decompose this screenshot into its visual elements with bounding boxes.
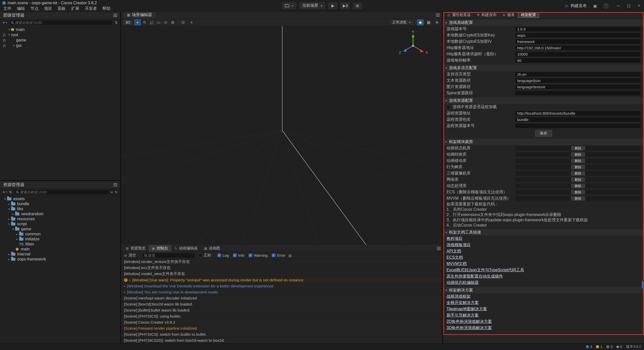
screenshot-icon[interactable]: ▣ (593, 4, 597, 8)
section-header[interactable]: ▾框架文档工具链接 (443, 229, 644, 236)
tab-scene-editor[interactable]: ▦ 场景编辑器 (124, 12, 155, 18)
task-count-badge[interactable]: 0 (617, 345, 622, 349)
property-input[interactable] (515, 39, 641, 44)
assets-search-input[interactable] (20, 190, 107, 194)
chevron-right-icon[interactable]: ▸ (7, 217, 11, 221)
property-input[interactable] (515, 111, 641, 116)
chevron-down-icon[interactable]: ▾ (7, 33, 11, 36)
doc-link[interactable]: 新手引导解决方案 (447, 313, 479, 318)
console-filter-Warning[interactable]: ✓Warning (249, 253, 268, 257)
doc-link[interactable]: 战棋游戏框架 (447, 294, 471, 299)
asset-node-assets[interactable]: ▾assets (0, 196, 120, 201)
tab-动画编辑器[interactable]: ✎动画编辑器 (171, 245, 201, 252)
menu-item-扩展[interactable]: 扩展 (68, 6, 82, 11)
delete-button[interactable]: 删除 (571, 184, 585, 188)
asset-node-bundle[interactable]: ▸bundle (0, 201, 120, 206)
property-input[interactable] (515, 52, 641, 57)
doc-link[interactable]: 3D角色扮演游戏解决方案 (447, 325, 492, 331)
tab-资源预览[interactable]: ▤资源预览 (123, 245, 149, 252)
preview-grid-button[interactable]: ⊞ (352, 2, 363, 10)
log-count-badge[interactable]: 3 (586, 345, 592, 349)
property-input[interactable] (515, 72, 641, 77)
delete-button[interactable]: 删除 (571, 178, 585, 182)
doc-link[interactable]: 动画状态机编辑器 (447, 280, 479, 285)
console-log-row[interactable]: [Scene] [PHYSICS]: switch from builtin t… (121, 331, 442, 337)
chevron-down-icon[interactable]: ▾ (7, 207, 11, 211)
asset-node-internal[interactable]: ▸internal (0, 252, 120, 257)
rect-tool-button[interactable]: ▭ (155, 19, 162, 25)
add-asset-button[interactable]: +▾ (3, 190, 7, 195)
delete-button[interactable]: 删除 (571, 146, 585, 150)
sort-icon[interactable]: ⇅ (115, 21, 118, 25)
menu-item-面板[interactable]: 面板 (55, 6, 68, 11)
checkbox-icon[interactable] (198, 253, 202, 257)
console-log-row[interactable]: ▸[Window] Download the Vue Devtools exte… (121, 283, 442, 289)
checkbox-icon[interactable]: ✓ (217, 253, 221, 257)
asset-node-oops-framework[interactable]: ▸oops-framework (0, 257, 120, 262)
chevron-down-icon[interactable]: ▾ (7, 223, 11, 226)
chevron-down-icon[interactable]: ▾ (11, 228, 15, 231)
console-filter-Info[interactable]: ✓Info (233, 253, 245, 257)
refresh-icon[interactable]: ↻ (115, 190, 118, 194)
delete-button[interactable]: 删除 (571, 196, 585, 201)
console-log-row[interactable]: [Window] ecs文件夹不存在 (121, 265, 442, 271)
hierarchy-node-gui[interactable]: ▸gui (0, 43, 120, 48)
tab-动画图[interactable]: ▦动画图 (201, 245, 223, 252)
warning-count-badge[interactable]: 1 (596, 345, 602, 349)
chevron-right-icon[interactable]: ▸ (15, 238, 19, 241)
maximize-button[interactable] (627, 5, 630, 7)
doc-link[interactable]: API文档 (447, 249, 461, 254)
menu-item-帮助[interactable]: 帮助 (100, 6, 113, 11)
tab-构建发布[interactable]: ⚒构建发布 (474, 12, 499, 18)
tab-服务[interactable]: ≣服务 (500, 12, 517, 18)
close-button[interactable]: × (638, 4, 640, 8)
property-input[interactable] (515, 26, 641, 32)
console-log-row[interactable]: !▸[Window] [Vue warn]: Property "onInput… (121, 277, 442, 283)
step-button[interactable]: ▶ (340, 2, 350, 10)
checkbox-icon[interactable]: ✓ (249, 253, 252, 257)
console-log-row[interactable]: [Scene] Forward render pipeline initiali… (121, 325, 442, 331)
doc-link[interactable]: 原生包热更新配置自动生成插件 (447, 274, 503, 279)
section-header[interactable]: ▾游戏基础配置 (443, 19, 644, 26)
property-input[interactable] (515, 33, 641, 38)
scene-viewport[interactable]: Y X Z (121, 26, 442, 245)
asset-node-libs[interactable]: ▾libs (0, 206, 120, 211)
doc-link[interactable]: 教程项目 (447, 236, 463, 241)
menu-item-节点[interactable]: 节点 (28, 6, 41, 11)
scene-light-button[interactable]: ◉ (417, 19, 424, 25)
snap-settings-button[interactable]: ≡ (188, 19, 195, 25)
chevron-right-icon[interactable]: ▸ (12, 44, 16, 47)
console-search-box[interactable] (142, 253, 195, 258)
filter-icon[interactable]: ≡ (111, 190, 113, 194)
chevron-right-icon[interactable]: ▸ (7, 202, 11, 206)
console-log-row[interactable]: [Scene] [PHYSICS2D]: switch from box2d-w… (121, 337, 442, 343)
asset-node-resources[interactable]: ▸resources (0, 216, 120, 222)
gizmo-space-button[interactable]: ⊡ (180, 19, 186, 25)
delete-button[interactable]: 删除 (571, 171, 585, 176)
panel-menu-icon[interactable] (113, 15, 117, 16)
pivot-tool-button[interactable]: ⊙ (163, 19, 169, 25)
scale-tool-button[interactable]: ◱ (148, 19, 155, 25)
delete-button[interactable]: 删除 (571, 190, 585, 194)
console-log-row[interactable]: [Scene] [box2d]:box2d wasm lib loaded. (121, 301, 442, 307)
doc-link[interactable]: Excel格式转Json文件与TypeScript代码工具 (447, 268, 524, 273)
asset-node-game[interactable]: ▾game (0, 227, 120, 232)
chevron-right-icon[interactable]: ▸ (7, 258, 11, 261)
menu-item-编辑[interactable]: 编辑 (14, 6, 28, 11)
section-header[interactable]: ▾游戏资源配置 (443, 97, 644, 104)
chevron-right-icon[interactable]: ▸ (129, 279, 131, 281)
console-log-row[interactable]: [Scene] [bullet]:bullet wasm lib loaded. (121, 307, 442, 313)
move-tool-button[interactable]: + (134, 19, 141, 25)
error-count-badge[interactable]: 0 (606, 345, 613, 349)
console-log-row[interactable]: [Window] model_view文件夹不存在 (121, 271, 442, 277)
console-log-row[interactable]: [Scene] Cocos Creator v3.8.2 (121, 319, 442, 325)
play-button[interactable]: ▶ (328, 2, 338, 10)
camera-view-button[interactable]: ▦ (425, 19, 432, 25)
minimize-button[interactable]: ─ (617, 4, 620, 8)
section-header[interactable]: ▾框架解决方案 (443, 287, 644, 293)
delete-button[interactable]: 删除 (571, 159, 585, 163)
chevron-right-icon[interactable]: ▸ (7, 253, 11, 256)
chevron-down-icon[interactable]: ▾ (7, 28, 11, 31)
build-publish-button[interactable]: ▷ 构建发布 (566, 3, 587, 9)
property-input[interactable] (515, 45, 641, 51)
